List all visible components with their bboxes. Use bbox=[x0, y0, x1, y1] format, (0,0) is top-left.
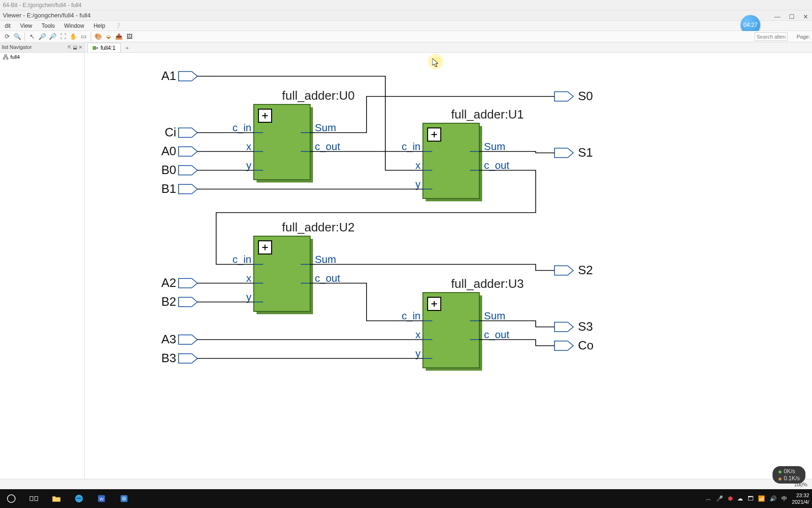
toolbar-pan-icon[interactable]: ✋ bbox=[69, 32, 78, 41]
svg-rect-3 bbox=[3, 58, 5, 59]
toolbar-image-icon[interactable]: 🖼 bbox=[125, 32, 134, 41]
toolbar-net-icon[interactable]: ⬙ bbox=[104, 32, 113, 41]
svg-text:Ci: Ci bbox=[164, 125, 176, 139]
toolbar-find-icon[interactable]: 🔍 bbox=[13, 32, 22, 41]
tab-full4-1[interactable]: full4:1 bbox=[87, 43, 121, 52]
title-text-2: Viewer - E:/gongchen/full4 - full4 bbox=[3, 12, 91, 19]
schematic-canvas[interactable]: A1 Ci A0 B0 B1 bbox=[85, 53, 812, 479]
toolbar-refresh-icon[interactable]: ⟳ bbox=[2, 32, 12, 41]
toolbar-pointer-icon[interactable]: ↖ bbox=[27, 32, 37, 41]
toolbar-zoom-in-icon[interactable]: 🔎 bbox=[38, 32, 47, 41]
input-pin-B2: B2 bbox=[161, 294, 197, 309]
tray-battery-icon[interactable]: 🗔 bbox=[748, 495, 753, 502]
schematic-icon bbox=[93, 45, 98, 51]
titlebar-primary: Viewer - E:/gongchen/full4 - full4 bbox=[0, 10, 812, 21]
tray-clock[interactable]: 23:32 2021/4/ bbox=[792, 492, 809, 505]
menu-tools[interactable]: Tools bbox=[37, 23, 59, 29]
tray-onedrive-icon[interactable]: ☁ bbox=[737, 495, 743, 502]
schematic-svg: A1 Ci A0 B0 B1 bbox=[85, 53, 812, 476]
tray-volume-icon[interactable]: 🔊 bbox=[770, 495, 777, 502]
svg-text:c_in: c_in bbox=[402, 310, 421, 322]
edge-browser-icon[interactable] bbox=[68, 489, 90, 508]
block-U0[interactable]: full_adder:U0 c_in x y Sum c_out bbox=[233, 88, 355, 183]
input-pin-B3: B3 bbox=[161, 351, 197, 365]
arrow-down-icon: ◆ bbox=[778, 476, 782, 481]
toolbar-zoom-fit-icon[interactable]: ⛶ bbox=[58, 32, 68, 41]
toolbar-separator-2 bbox=[91, 32, 91, 41]
svg-text:x: x bbox=[246, 272, 251, 284]
svg-rect-0 bbox=[93, 47, 96, 49]
clock-time: 23:32 bbox=[792, 492, 809, 499]
menu-edit[interactable]: dit bbox=[0, 23, 16, 29]
menu-view[interactable]: View bbox=[16, 23, 37, 29]
toolbar-palette-icon[interactable]: 🎨 bbox=[94, 32, 103, 41]
tray-security-icon[interactable]: ⬢ bbox=[728, 495, 733, 502]
start-button[interactable] bbox=[0, 489, 23, 508]
block-U1[interactable]: full_adder:U1 c_in x y Sum c_out bbox=[402, 107, 524, 201]
sidepanel-controls[interactable]: ⇱ ⬓ ✕ bbox=[68, 45, 82, 50]
svg-text:y: y bbox=[415, 348, 421, 359]
svg-rect-2 bbox=[5, 55, 7, 56]
tab-row: list Navigator ⇱ ⬓ ✕ full4:1 ＋ bbox=[0, 42, 812, 53]
toolbar-separator bbox=[24, 32, 25, 41]
tray-mic-icon[interactable]: 🎤 bbox=[716, 495, 723, 502]
svg-text:S2: S2 bbox=[578, 263, 593, 277]
svg-point-87 bbox=[8, 495, 16, 503]
input-pin-Ci: Ci bbox=[164, 125, 197, 139]
output-pin-S1: S1 bbox=[554, 145, 593, 159]
tray-wifi-icon[interactable]: 📶 bbox=[758, 495, 765, 502]
minimize-button[interactable]: — bbox=[774, 13, 781, 20]
input-pin-A3: A3 bbox=[161, 332, 197, 346]
block-U3[interactable]: full_adder:U3 c_in x y Sum c_out bbox=[402, 277, 524, 371]
output-pin-Co: Co bbox=[554, 338, 593, 352]
wps-icon[interactable]: W bbox=[90, 489, 113, 508]
netlist-navigator: full4 bbox=[0, 53, 85, 479]
maximize-button[interactable]: ☐ bbox=[789, 13, 795, 20]
toolbar-export-icon[interactable]: 📤 bbox=[114, 32, 124, 41]
close-button[interactable]: ✕ bbox=[803, 13, 808, 20]
svg-text:A2: A2 bbox=[161, 276, 176, 290]
svg-text:S3: S3 bbox=[578, 319, 593, 333]
netspeed-up: 0K/s bbox=[784, 468, 795, 475]
window-controls: — ☐ ✕ bbox=[774, 13, 808, 20]
timer-value: 04:27 bbox=[743, 22, 757, 28]
toolbar-zoom-out-icon[interactable]: 🔎 bbox=[48, 32, 57, 41]
svg-text:full_adder:U0: full_adder:U0 bbox=[282, 88, 355, 103]
hierarchy-icon bbox=[3, 54, 8, 60]
svg-text:y: y bbox=[246, 159, 251, 171]
input-pin-A0: A0 bbox=[161, 144, 197, 158]
page-label: Page: bbox=[796, 34, 810, 40]
netspeed-down: 0.1K/s bbox=[784, 475, 800, 482]
block-U2[interactable]: full_adder:U2 c_in x y Sum c_out bbox=[233, 220, 355, 314]
tray-ime[interactable]: 中 bbox=[781, 495, 787, 503]
task-view-button[interactable] bbox=[23, 489, 45, 508]
menubar: dit View Tools Window Help ❔ bbox=[0, 21, 812, 31]
quartus-icon[interactable] bbox=[113, 489, 135, 508]
tab-add-button[interactable]: ＋ bbox=[123, 44, 131, 52]
svg-rect-88 bbox=[30, 496, 33, 500]
menu-help[interactable]: Help bbox=[89, 23, 110, 29]
svg-text:Sum: Sum bbox=[315, 122, 336, 134]
tree-item-root[interactable]: full4 bbox=[0, 53, 84, 61]
svg-text:c_in: c_in bbox=[402, 141, 421, 152]
taskbar: W ︿ 🎤 ⬢ ☁ 🗔 📶 🔊 中 23:32 2021/4/ bbox=[0, 489, 812, 508]
search-input[interactable] bbox=[755, 32, 788, 41]
svg-text:S1: S1 bbox=[578, 145, 593, 159]
svg-text:c_out: c_out bbox=[315, 272, 340, 284]
menu-window[interactable]: Window bbox=[60, 23, 89, 29]
svg-text:x: x bbox=[415, 329, 421, 341]
svg-text:A3: A3 bbox=[161, 332, 176, 346]
toolbar-select-icon[interactable]: ▭ bbox=[79, 32, 88, 41]
tree-root-label: full4 bbox=[10, 54, 20, 60]
netspeed-widget: ◆0K/s ◆0.1K/s bbox=[773, 466, 805, 484]
tray-chevron-icon[interactable]: ︿ bbox=[706, 495, 711, 503]
file-explorer-icon[interactable] bbox=[45, 489, 68, 508]
svg-text:c_out: c_out bbox=[315, 141, 340, 152]
output-pin-S3: S3 bbox=[554, 319, 593, 333]
svg-text:x: x bbox=[246, 141, 251, 152]
help-icon[interactable]: ❔ bbox=[110, 23, 126, 29]
statusbar: 100% bbox=[0, 479, 812, 489]
clock-date: 2021/4/ bbox=[792, 499, 809, 505]
title-text-1: 64-Bit - E:/gongchen/full4 - full4 bbox=[3, 2, 81, 8]
svg-text:B2: B2 bbox=[161, 294, 176, 309]
